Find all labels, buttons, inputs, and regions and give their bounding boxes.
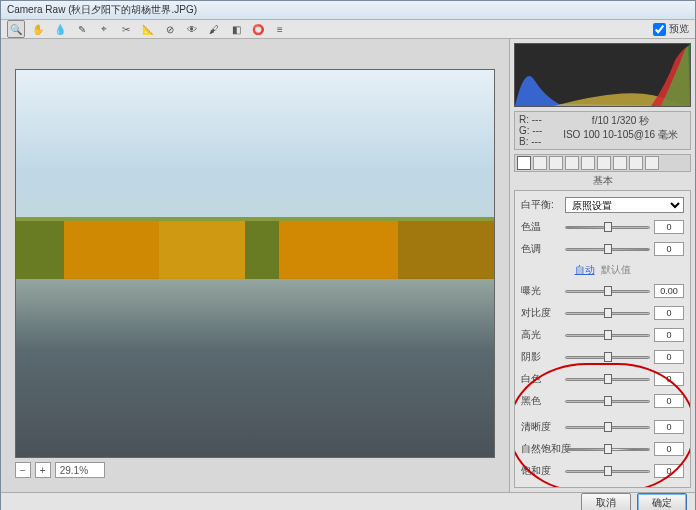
- saturation-slider[interactable]: [565, 464, 650, 478]
- zoom-in-button[interactable]: +: [35, 462, 51, 478]
- tint-slider[interactable]: [565, 242, 650, 256]
- adjust-brush-icon[interactable]: 🖌: [205, 20, 223, 38]
- preview-checkbox[interactable]: 预览: [653, 22, 689, 36]
- clarity-slider[interactable]: [565, 420, 650, 434]
- iso-info: ISO 100 10-105@16 毫米: [555, 128, 686, 142]
- blacks-value[interactable]: 0: [654, 394, 684, 408]
- spot-removal-icon[interactable]: ⊘: [161, 20, 179, 38]
- wb-tool-icon[interactable]: 💧: [51, 20, 69, 38]
- radial-filter-icon[interactable]: ⭕: [249, 20, 267, 38]
- panel-title: 基本: [510, 172, 695, 190]
- tab-preset[interactable]: [645, 156, 659, 170]
- default-link[interactable]: 默认值: [601, 263, 631, 277]
- tab-basic[interactable]: [517, 156, 531, 170]
- grad-filter-icon[interactable]: ◧: [227, 20, 245, 38]
- temp-value[interactable]: 0: [654, 220, 684, 234]
- tab-hsl[interactable]: [565, 156, 579, 170]
- wb-select[interactable]: 原照设置: [565, 197, 684, 213]
- temp-slider[interactable]: [565, 220, 650, 234]
- zoom-level[interactable]: 29.1%: [55, 462, 105, 478]
- tab-split[interactable]: [581, 156, 595, 170]
- clarity-value[interactable]: 0: [654, 420, 684, 434]
- tab-detail[interactable]: [549, 156, 563, 170]
- blacks-slider[interactable]: [565, 394, 650, 408]
- histogram: [514, 43, 691, 107]
- zoom-tool-icon[interactable]: 🔍: [7, 20, 25, 38]
- shadows-slider[interactable]: [565, 350, 650, 364]
- titlebar: Camera Raw (秋日夕阳下的胡杨世界.JPG): [1, 1, 695, 20]
- exposure-slider[interactable]: [565, 284, 650, 298]
- wb-label: 白平衡:: [521, 198, 561, 212]
- exposure-value[interactable]: 0.00: [654, 284, 684, 298]
- preview-label: 预览: [669, 22, 689, 36]
- vibrance-slider[interactable]: [565, 442, 650, 456]
- status-bar: − + 29.1%: [15, 458, 495, 478]
- whites-value[interactable]: 0: [654, 372, 684, 386]
- tab-curve[interactable]: [533, 156, 547, 170]
- exposure-info: f/10 1/320 秒: [555, 114, 686, 128]
- toolbar: 🔍 ✋ 💧 ✎ ⌖ ✂ 📐 ⊘ 👁 🖌 ◧ ⭕ ≡ 预览: [1, 20, 695, 39]
- highlights-slider[interactable]: [565, 328, 650, 342]
- tab-cal[interactable]: [629, 156, 643, 170]
- contrast-slider[interactable]: [565, 306, 650, 320]
- info-readout: R: --- G: --- B: --- f/10 1/320 秒 ISO 10…: [514, 111, 691, 150]
- auto-links: 自动默认值: [521, 263, 684, 277]
- preview-check-input[interactable]: [653, 23, 666, 36]
- zoom-out-button[interactable]: −: [15, 462, 31, 478]
- tint-value[interactable]: 0: [654, 242, 684, 256]
- camera-raw-window: Camera Raw (秋日夕阳下的胡杨世界.JPG) 🔍 ✋ 💧 ✎ ⌖ ✂ …: [0, 0, 696, 510]
- panel-tabs: [514, 154, 691, 172]
- side-panel: R: --- G: --- B: --- f/10 1/320 秒 ISO 10…: [509, 39, 695, 492]
- footer: 取消 确定: [1, 492, 695, 510]
- vibrance-value[interactable]: 0: [654, 442, 684, 456]
- main-area: − + 29.1%: [1, 39, 509, 492]
- redeye-tool-icon[interactable]: 👁: [183, 20, 201, 38]
- basic-panel: 白平衡: 原照设置 色温0 色调0 自动默认值 曝光0.00 对比度0 高光0 …: [514, 190, 691, 488]
- auto-link[interactable]: 自动: [575, 263, 595, 277]
- saturation-value[interactable]: 0: [654, 464, 684, 478]
- crop-tool-icon[interactable]: ✂: [117, 20, 135, 38]
- window-title: Camera Raw (秋日夕阳下的胡杨世界.JPG): [7, 3, 197, 17]
- image-canvas[interactable]: [15, 69, 495, 458]
- highlights-value[interactable]: 0: [654, 328, 684, 342]
- hand-tool-icon[interactable]: ✋: [29, 20, 47, 38]
- content-area: − + 29.1% R: --- G: --- B: ---: [1, 39, 695, 492]
- tab-lens[interactable]: [597, 156, 611, 170]
- shadows-value[interactable]: 0: [654, 350, 684, 364]
- ok-button[interactable]: 确定: [637, 493, 687, 510]
- target-adjust-icon[interactable]: ⌖: [95, 20, 113, 38]
- contrast-value[interactable]: 0: [654, 306, 684, 320]
- photo-preview: [16, 70, 494, 457]
- tab-fx[interactable]: [613, 156, 627, 170]
- prefs-icon[interactable]: ≡: [271, 20, 289, 38]
- cancel-button[interactable]: 取消: [581, 493, 631, 510]
- whites-slider[interactable]: [565, 372, 650, 386]
- color-sampler-icon[interactable]: ✎: [73, 20, 91, 38]
- straighten-tool-icon[interactable]: 📐: [139, 20, 157, 38]
